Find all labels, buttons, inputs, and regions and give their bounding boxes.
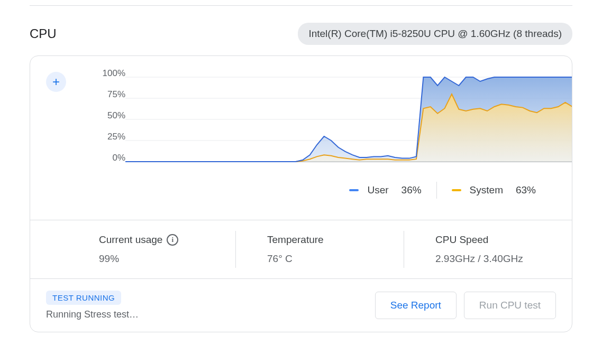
- stat-label-temp: Temperature: [267, 234, 388, 246]
- legend-swatch-user: [349, 189, 359, 191]
- stat-value-temp: 76° C: [267, 253, 388, 265]
- cpu-chart: [125, 72, 572, 167]
- legend-label-system: System: [470, 184, 503, 196]
- legend-value-system: 63%: [516, 184, 536, 196]
- cpu-section-header: CPU Intel(R) Core(TM) i5-8250U CPU @ 1.6…: [0, 6, 602, 55]
- stat-cpu-speed: CPU Speed 2.93GHz / 3.40GHz: [404, 220, 572, 278]
- status-area: TEST RUNNING Running Stress test…: [46, 291, 139, 320]
- cpu-model-chip: Intel(R) Core(TM) i5-8250U CPU @ 1.60GHz…: [298, 23, 572, 45]
- legend-value-user: 36%: [402, 184, 422, 196]
- cpu-actions: See Report Run CPU test: [375, 292, 556, 319]
- memory-title: Memory: [0, 332, 602, 364]
- zoom-in-button[interactable]: +: [46, 72, 66, 92]
- legend-label-user: User: [367, 184, 388, 196]
- run-cpu-test-button[interactable]: Run CPU test: [464, 292, 556, 319]
- cpu-footer: TEST RUNNING Running Stress test… See Re…: [30, 278, 572, 332]
- stat-label-usage-text: Current usage: [99, 234, 162, 246]
- stat-value-speed: 2.93GHz / 3.40GHz: [435, 253, 556, 265]
- stat-value-usage: 99%: [99, 253, 220, 265]
- y-tick: 25%: [94, 132, 125, 142]
- y-tick: 75%: [94, 89, 125, 100]
- y-tick: 0%: [94, 153, 125, 163]
- stat-label-usage: Current usage i: [99, 234, 220, 246]
- plus-icon: +: [52, 74, 60, 89]
- y-axis-labels: 100% 75% 50% 25% 0%: [94, 68, 125, 158]
- stat-temperature: Temperature 76° C: [235, 220, 404, 278]
- stat-current-usage: Current usage i 99%: [30, 220, 235, 278]
- stat-label-speed: CPU Speed: [435, 234, 556, 246]
- cpu-card: + 100% 75% 50% 25% 0%: [30, 55, 572, 332]
- info-icon[interactable]: i: [167, 234, 178, 246]
- see-report-button[interactable]: See Report: [375, 292, 457, 319]
- cpu-stats-row: Current usage i 99% Temperature 76° C CP…: [30, 220, 572, 278]
- legend-item-system: System 63%: [437, 184, 551, 196]
- y-tick: 50%: [94, 110, 125, 121]
- status-text: Running Stress test…: [46, 309, 139, 320]
- cpu-title: CPU: [30, 26, 57, 41]
- legend-item-user: User 36%: [334, 184, 436, 196]
- chart-legend: User 36% System 63%: [30, 167, 572, 220]
- y-tick: 100%: [94, 68, 125, 79]
- status-badge: TEST RUNNING: [46, 291, 121, 305]
- cpu-chart-area: + 100% 75% 50% 25% 0%: [30, 56, 572, 167]
- legend-swatch-system: [452, 189, 461, 191]
